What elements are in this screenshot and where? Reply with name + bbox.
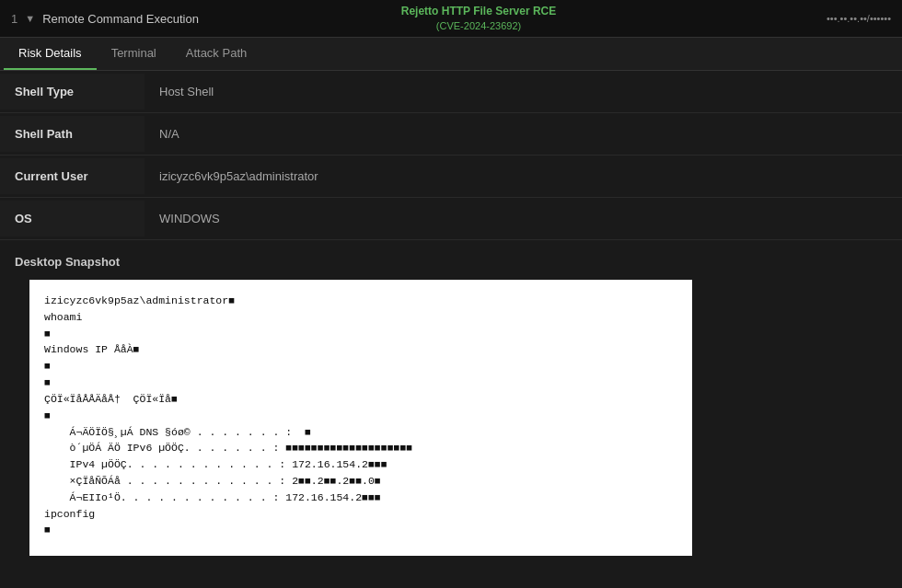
os-label: OS	[0, 201, 145, 236]
details-table: Shell Type Host Shell Shell Path N/A Cur…	[0, 71, 902, 240]
shell-path-value: N/A	[145, 116, 902, 152]
terminal-line: ■	[44, 326, 677, 342]
snapshot-label: Desktop Snapshot	[15, 255, 887, 269]
terminal-line: whoami	[44, 309, 677, 326]
terminal-line: ■	[44, 522, 677, 538]
cve-info: Rejetto HTTP File Server RCE (CVE-2024-2…	[250, 5, 707, 32]
shell-type-value: Host Shell	[145, 74, 902, 110]
terminal-line: ■	[44, 375, 677, 391]
cve-id: (CVE-2024-23692)	[436, 19, 521, 32]
terminal-line: ■	[44, 358, 677, 375]
tab-terminal[interactable]: Terminal	[97, 38, 171, 70]
terminal-line: ■	[44, 408, 677, 424]
current-user-label: Current User	[0, 158, 145, 194]
shell-type-label: Shell Type	[0, 74, 145, 110]
tab-bar: Risk Details Terminal Attack Path	[0, 38, 902, 71]
terminal-line: IPv4 µÖÖÇ. . . . . . . . . . . . : 172.1…	[44, 456, 677, 473]
os-value: WINDOWS	[145, 201, 902, 236]
session-number: 1	[11, 12, 17, 26]
snapshot-terminal: izicyzc6vk9p5az\administrator■whoami■Win…	[29, 280, 692, 556]
shell-type-row: Shell Type Host Shell	[0, 71, 902, 113]
top-bar: 1 ▼ Remote Command Execution Rejetto HTT…	[0, 0, 902, 38]
chevron-icon: ▼	[25, 13, 35, 24]
shell-path-row: Shell Path N/A	[0, 113, 902, 156]
tab-attack-path[interactable]: Attack Path	[171, 38, 261, 70]
ip-address: •••.••.••.••/••••••	[827, 13, 891, 24]
current-user-value: izicyzc6vk9p5az\administrator	[145, 158, 902, 194]
terminal-line: ipconfig	[44, 506, 677, 523]
tab-risk-details[interactable]: Risk Details	[4, 38, 97, 70]
os-row: OS WINDOWS	[0, 198, 902, 240]
terminal-line: ×ÇÏåÑÕÁå . . . . . . . . . . . . : 2■■.2…	[44, 473, 677, 490]
terminal-line: ÇÖÏ«ÏåÅÅÄåÅ† ÇÖÏ«Ïå■	[44, 391, 677, 408]
terminal-line: Á¬EIIo¹Ö. . . . . . . . . . . . : 172.16…	[44, 490, 677, 506]
top-bar-left: 1 ▼ Remote Command Execution	[11, 12, 250, 26]
top-bar-right: •••.••.••.••/••••••	[707, 13, 891, 24]
terminal-line: izicyzc6vk9p5az\administrator■	[44, 293, 677, 309]
terminal-line: Windows IP ÅåÀ■	[44, 341, 677, 358]
page-title: Remote Command Execution	[42, 12, 199, 26]
shell-path-label: Shell Path	[0, 116, 145, 152]
terminal-line: ò´µÖÁ ÄÖ IPv6 µÖÖÇ. . . . . . . : ■■■■■■…	[44, 440, 677, 456]
snapshot-section: Desktop Snapshot izicyzc6vk9p5az\adminis…	[0, 240, 902, 563]
current-user-row: Current User izicyzc6vk9p5az\administrat…	[0, 156, 902, 198]
terminal-line: Á¬ÄÖÏÖ§¸µÁ DNS §óø© . . . . . . . : ■	[44, 424, 677, 441]
cve-title: Rejetto HTTP File Server RCE	[401, 5, 557, 19]
